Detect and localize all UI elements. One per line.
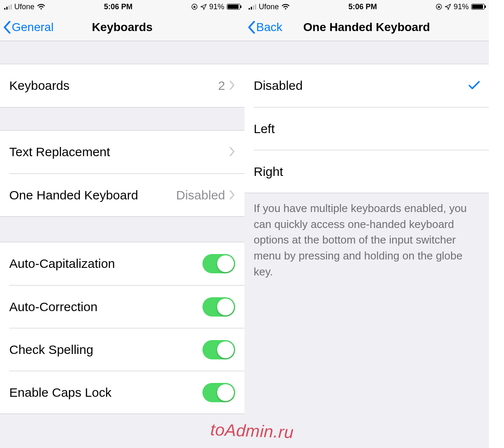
check-spell-label: Check Spelling [9, 343, 93, 357]
auto-capitalization-row[interactable]: Auto-Capitalization [0, 242, 244, 285]
location-icon [200, 4, 207, 10]
option-right-label: Right [254, 165, 283, 179]
keyboards-label: Keyboards [9, 79, 69, 93]
text-replacement-label: Text Replacement [9, 145, 110, 159]
caps-lock-toggle[interactable] [202, 383, 235, 402]
location-icon [445, 4, 451, 10]
status-time: 5:06 PM [104, 3, 132, 11]
rotation-lock-icon [191, 3, 198, 10]
carrier-label: Ufone [14, 3, 34, 11]
battery-pct: 91% [209, 3, 224, 11]
chevron-right-icon [229, 145, 235, 159]
auto-cap-toggle[interactable] [202, 254, 235, 273]
auto-cap-label: Auto-Capitalization [9, 257, 115, 271]
one-handed-value: Disabled [176, 188, 225, 202]
keyboards-count: 2 [218, 79, 225, 93]
one-handed-label: One Handed Keyboard [9, 188, 138, 202]
text-replacement-row[interactable]: Text Replacement [0, 131, 244, 173]
nav-bar: Back One Handed Keyboard [244, 13, 489, 41]
battery-icon [471, 4, 485, 10]
status-bar: Ufone 5:06 PM 91% [244, 0, 489, 13]
enable-caps-lock-row[interactable]: Enable Caps Lock [9, 371, 244, 414]
chevron-left-icon [248, 21, 255, 34]
one-handed-keyboard-row[interactable]: One Handed Keyboard Disabled [9, 173, 244, 216]
check-spelling-row[interactable]: Check Spelling [9, 328, 244, 371]
wifi-icon [37, 4, 45, 10]
pane-keyboards-settings: Ufone 5:06 PM 91% General [0, 0, 244, 448]
back-button-general[interactable]: General [3, 13, 54, 41]
checkmark-icon [469, 79, 480, 93]
back-label: General [12, 21, 54, 34]
option-left-label: Left [254, 122, 275, 136]
page-title: Keyboards [92, 21, 153, 34]
chevron-left-icon [3, 21, 11, 34]
option-left[interactable]: Left [254, 107, 489, 150]
nav-bar: General Keyboards [0, 13, 244, 41]
signal-icon [249, 4, 256, 10]
chevron-right-icon [229, 188, 235, 202]
status-bar: Ufone 5:06 PM 91% [0, 0, 244, 13]
battery-icon [227, 4, 240, 10]
footer-help-text: If you have multiple keyboards enabled, … [244, 193, 489, 280]
caps-lock-label: Enable Caps Lock [9, 385, 112, 400]
option-disabled-label: Disabled [254, 79, 303, 93]
check-spell-toggle[interactable] [202, 340, 235, 359]
battery-pct: 91% [454, 3, 469, 11]
pane-one-handed-keyboard: Ufone 5:06 PM 91% Back [244, 0, 489, 448]
back-label: Back [256, 21, 282, 34]
auto-corr-label: Auto-Correction [9, 300, 97, 314]
chevron-right-icon [229, 79, 235, 93]
option-disabled[interactable]: Disabled [244, 64, 489, 107]
wifi-icon [281, 4, 290, 10]
keyboards-row[interactable]: Keyboards 2 [0, 64, 244, 107]
signal-icon [4, 4, 12, 10]
page-title: One Handed Keyboard [303, 21, 430, 34]
carrier-label: Ufone [259, 3, 279, 11]
option-right[interactable]: Right [254, 150, 489, 193]
auto-correction-row[interactable]: Auto-Correction [9, 285, 244, 328]
rotation-lock-icon [436, 3, 442, 10]
back-button[interactable]: Back [248, 13, 282, 41]
auto-corr-toggle[interactable] [202, 297, 235, 317]
status-time: 5:06 PM [348, 3, 377, 11]
